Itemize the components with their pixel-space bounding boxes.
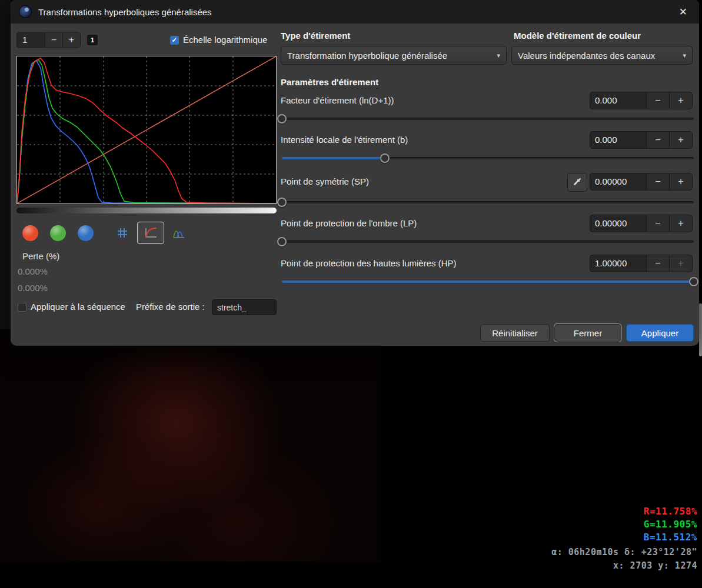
slider-handle[interactable] [277,237,287,246]
stretch-type-value: Transformation hyperbolique généralisée [287,51,447,61]
readout-blue: B=11.512% [644,532,697,543]
readout-green: G=11.905% [644,519,697,530]
curve-display-button[interactable] [137,222,164,244]
eyedropper-icon [573,178,582,187]
slider-handle[interactable] [277,114,287,123]
eyedropper-button[interactable] [567,173,587,192]
readout-celestial-coords: α: 06h20m10s δ: +23°12'28" [551,547,697,557]
minus-icon[interactable]: − [646,215,669,232]
spinbox-value[interactable]: 1.00000 [590,255,646,272]
minus-icon[interactable]: − [646,173,669,190]
slider-handle[interactable] [689,277,698,286]
layer-spinner[interactable]: 1 − + [16,32,81,48]
dialog-title: Transformations hyperboliques généralisé… [38,7,212,17]
plus-icon[interactable]: + [669,92,692,109]
param-spinbox-D[interactable]: 0.000 − + [590,92,693,109]
minus-icon[interactable]: − [646,255,669,272]
green-channel-button[interactable] [44,222,71,244]
plus-icon: + [669,255,692,272]
param-slider-LP[interactable] [282,237,694,246]
param-label-HP: Point de protection des hautes lumières … [281,258,456,268]
minus-icon[interactable]: − [646,92,669,109]
channel-count-badge[interactable]: 1 [87,35,98,45]
red-channel-icon [22,225,38,241]
stretch-type-dropdown[interactable]: Transformation hyperbolique généralisée … [281,46,507,65]
param-label-D: Facteur d'étirement (ln(D+1)) [281,95,394,105]
stretch-type-header: Type d'étirement [281,31,350,41]
red-channel-button[interactable] [16,222,44,244]
spinbox-value[interactable]: 0.000 [590,132,646,148]
loss-section-label: Perte (%) [22,251,59,261]
grid-toggle-button[interactable] [109,222,136,244]
main-window-edge [0,0,11,346]
param-spinbox-LP[interactable]: 0.00000 − + [590,215,693,232]
param-label-b: Intensité locale de l'étirement (b) [281,135,408,145]
color-model-value: Valeurs indépendantes des canaux [518,51,655,61]
grayscale-gradient-bar[interactable] [16,208,277,213]
dialog-titlebar[interactable]: Transformations hyperboliques généralisé… [11,0,699,24]
curve-icon [144,227,157,239]
apply-to-sequence-label: Appliquer à la séquence [31,302,125,312]
log-scale-label: Échelle logarithmique [183,35,267,45]
apply-button[interactable]: Appliquer [626,324,694,342]
param-label-SP: Point de symétrie (SP) [281,176,369,186]
color-model-dropdown[interactable]: Valeurs indépendantes des canaux ▾ [511,46,693,65]
minus-icon[interactable]: − [646,132,669,148]
blue-channel-button[interactable] [72,222,99,244]
spinbox-value[interactable]: 0.00000 [590,215,646,232]
image-preview[interactable] [0,329,381,562]
slider-handle[interactable] [380,153,390,163]
slider-handle[interactable] [277,198,287,207]
param-slider-SP[interactable] [282,198,694,207]
ghs-dialog: Transformations hyperboliques généralisé… [11,0,699,346]
stretch-params-header: Paramètres d'étirement [281,77,378,87]
chevron-down-icon: ▾ [491,52,500,59]
chevron-down-icon: ▾ [677,52,686,59]
layer-spinner-value[interactable]: 1 [17,32,45,48]
param-label-LP: Point de protection de l'ombre (LP) [281,218,417,228]
minus-icon[interactable]: − [45,32,62,48]
output-prefix-label: Préfixe de sortie : [136,302,205,312]
log-scale-checkbox[interactable]: ✓ [170,36,179,45]
spinbox-value[interactable]: 0.000 [590,92,646,109]
close-button[interactable]: Fermer [554,324,621,342]
histogram-plot[interactable] [16,56,277,204]
histogram-icon [172,227,185,239]
apply-to-sequence-checkbox[interactable] [18,303,26,312]
plus-icon[interactable]: + [62,32,80,48]
readout-red: R=11.758% [644,506,697,517]
reset-button[interactable]: Réinitialiser [480,324,550,342]
param-slider-b[interactable] [282,153,694,163]
plus-icon[interactable]: + [669,173,692,190]
loss-value-2: 0.000% [18,283,48,293]
histogram-display-button[interactable] [165,222,192,244]
grid-icon [117,227,128,239]
close-window-button[interactable]: ✕ [676,5,691,19]
param-spinbox-HP[interactable]: 1.00000 − + [590,255,693,272]
output-prefix-input[interactable] [212,299,277,315]
siril-app-icon [19,5,32,18]
param-spinbox-SP[interactable]: 0.00000 − + [590,173,693,191]
readout-pixel-coords: x: 2703 y: 1274 [613,560,697,571]
vertical-scrollbar[interactable] [699,303,702,356]
spinbox-value[interactable]: 0.00000 [590,173,646,190]
green-channel-icon [50,225,66,241]
plus-icon[interactable]: + [669,215,692,232]
color-model-header: Modèle d'étirement de couleur [514,31,641,41]
param-spinbox-b[interactable]: 0.000 − + [590,131,693,149]
loss-value-1: 0.000% [18,266,48,276]
param-slider-D[interactable] [282,114,694,123]
blue-channel-icon [78,225,94,241]
plus-icon[interactable]: + [669,132,692,148]
param-slider-HP[interactable] [282,277,694,286]
